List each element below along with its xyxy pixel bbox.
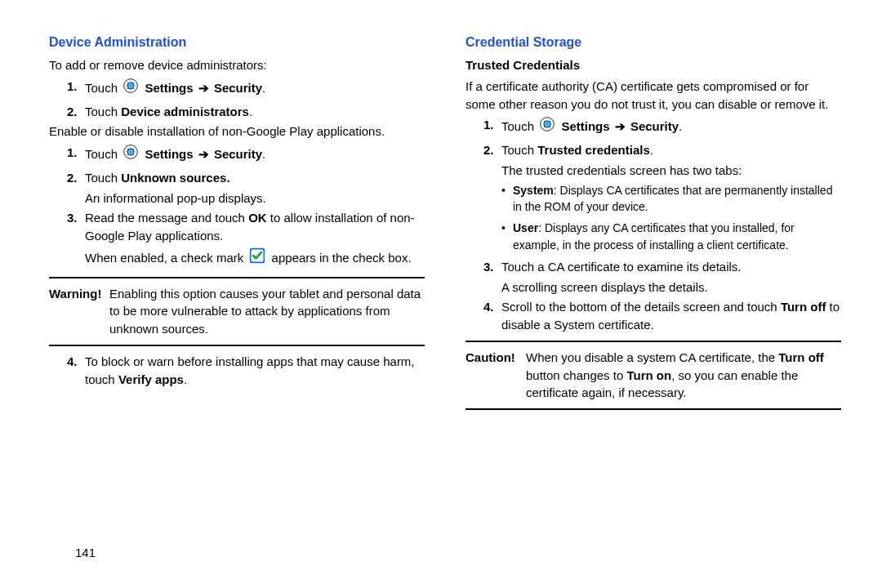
text-bold: Settings [145,81,193,95]
bullet-system: • System: Displays CA certificates that … [466,182,841,216]
step-1b: 1. Touch Settings ➔ Security. [49,144,425,167]
step-body: Touch Settings ➔ Security. [85,144,425,167]
text: . [650,143,653,157]
arrow-icon: ➔ [198,81,209,95]
settings-icon [539,116,555,137]
para-cert-intro: If a certificate authority (CA) certific… [466,78,841,114]
step-body: To block or warn before installing apps … [85,353,425,389]
svg-point-5 [130,151,132,154]
text-bold: Unknown sources. [121,171,229,185]
text-bold: Turn off [778,350,824,364]
bullet-dot: • [501,182,513,216]
step-body: Touch a CA certificate to examine its de… [501,258,841,276]
step-body: Read the message and touch OK to allow i… [85,209,425,245]
svg-point-2 [130,84,132,87]
text-bold: Security [630,119,679,133]
callout-body: Enabling this option causes your tablet … [109,285,425,338]
step-number: 1. [483,116,501,139]
step-number: 1. [67,144,85,167]
text: Touch [85,171,121,185]
step-body: Touch Settings ➔ Security. [85,78,425,100]
text: Touch [501,143,537,157]
step-3b: 3. Read the message and touch OK to allo… [49,209,425,245]
bullet-body: System: Displays CA certificates that ar… [513,182,841,216]
text: . [262,81,265,95]
divider [49,277,425,278]
step-r4: 4. Scroll to the bottom of the details s… [466,298,841,334]
bullet-user: • User: Displays any CA certificates tha… [466,220,841,253]
callout-label: Caution! [466,349,526,402]
text: . [262,147,265,161]
step-body: Touch Trusted credentials. [501,141,841,159]
heading-credential-storage: Credential Storage [466,33,841,51]
step-r2: 2. Touch Trusted credentials. [466,141,841,159]
step-number: 2. [67,169,85,187]
step-1: 1. Touch Settings ➔ Security. [49,78,425,100]
text: When enabled, a check mark [85,251,247,265]
bullet-dot: • [501,220,513,253]
text-bold: Settings [145,147,193,161]
text: Touch [85,81,121,95]
heading-device-administration: Device Administration [49,33,425,51]
text-bold: OK [248,211,267,225]
text: . [184,372,187,386]
step-indent: A scrolling screen displays the details. [466,278,841,296]
text: Touch [501,119,537,133]
step-r3: 3. Touch a CA certificate to examine its… [466,258,841,276]
step-number: 4. [67,353,85,389]
text: Touch [85,147,121,161]
page-number: 141 [75,546,96,559]
bullet-body: User: Displays any CA certificates that … [513,220,841,253]
step-body: Touch Device administrators. [85,103,425,121]
text: Scroll to the bottom of the details scre… [501,300,781,314]
text-bold: User [513,221,538,234]
right-column: Credential Storage Trusted Credentials I… [466,33,841,416]
svg-point-10 [546,123,549,126]
step-body: Scroll to the bottom of the details scre… [501,298,841,334]
text: When you disable a system CA certificate… [526,350,778,364]
divider [466,341,841,342]
text: button changes to [526,368,626,382]
subheading-trusted-credentials: Trusted Credentials [466,56,841,74]
divider [49,345,425,346]
text-bold: Device administrators [121,105,249,118]
text-bold: Turn off [781,300,826,314]
callout-label: Warning! [49,285,109,338]
step-indent: The trusted credentials screen has two t… [466,162,841,180]
step-number: 2. [483,141,501,159]
step-body: Touch Settings ➔ Security. [501,116,841,139]
text-bold: System [513,184,554,197]
text-bold: Security [214,147,262,161]
step-indent: When enabled, a check mark appears in th… [49,247,425,270]
text-bold: Security [214,81,262,95]
checkmark-icon [249,247,265,269]
manual-page: Device Administration To add or remove d… [0,0,882,441]
text-bold: Turn on [626,368,671,382]
text: : Displays CA certificates that are perm… [513,184,832,213]
step-number: 1. [67,78,85,100]
step-number: 3. [67,209,85,245]
warning-callout: Warning! Enabling this option causes you… [49,285,425,338]
step-body: Touch Unknown sources. [85,169,425,187]
text: Read the message and touch [85,211,248,225]
step-number: 3. [483,258,501,276]
left-column: Device Administration To add or remove d… [49,33,425,416]
step-number: 4. [483,298,501,334]
step-2b: 2. Touch Unknown sources. [49,169,425,187]
text: . [679,119,682,133]
text-bold: Verify apps [118,372,184,386]
step-4b: 4. To block or warn before installing ap… [49,353,425,389]
step-indent: An informational pop-up displays. [49,189,425,207]
step-r1: 1. Touch Settings ➔ Security. [466,116,841,139]
text: . [249,105,252,118]
settings-icon [122,78,139,99]
text: : Displays any CA certificates that you … [513,221,795,251]
text: Touch [85,105,121,118]
text: appears in the check box. [272,251,412,265]
caution-callout: Caution! When you disable a system CA ce… [466,349,841,402]
callout-body: When you disable a system CA certificate… [526,349,841,402]
para-enable-disable: Enable or disable installation of non-Go… [49,122,425,140]
step-number: 2. [67,103,85,121]
text-bold: Settings [561,119,609,133]
arrow-icon: ➔ [615,119,626,133]
